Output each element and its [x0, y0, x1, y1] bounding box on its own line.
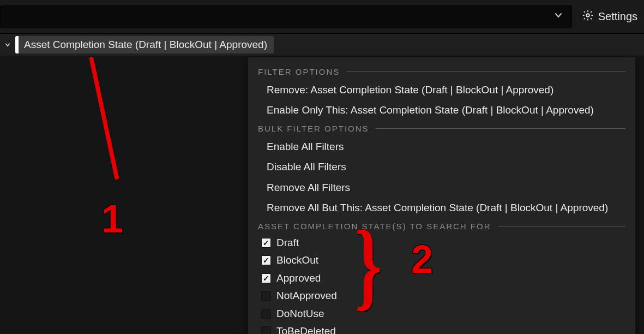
checkbox-icon[interactable]	[261, 309, 271, 319]
checkbox-icon[interactable]	[261, 326, 271, 334]
menu-item-remove-all-but-this[interactable]: Remove All But This: Asset Completion St…	[248, 198, 635, 218]
filter-chip-row: Asset Completion State (Draft | BlockOut…	[0, 34, 644, 56]
gear-icon	[582, 9, 594, 24]
state-checkbox-notapproved[interactable]: NotApproved	[248, 287, 635, 305]
chip-accent-bar	[15, 36, 19, 53]
checkbox-label: DoNotUse	[276, 306, 324, 322]
checkbox-icon[interactable]	[261, 291, 271, 301]
settings-label: Settings	[598, 10, 637, 23]
divider	[346, 71, 625, 72]
section-filter-options: FILTER OPTIONS	[248, 64, 635, 80]
chevron-down-icon[interactable]	[0, 41, 15, 48]
checkbox-label: ToBeDeleted	[276, 324, 336, 334]
chevron-down-icon[interactable]	[551, 11, 566, 22]
checkbox-label: NotApproved	[276, 288, 337, 304]
state-checkbox-blockout[interactable]: BlockOut	[248, 252, 635, 270]
search-input[interactable]	[0, 5, 572, 28]
state-checkbox-tobedeleted[interactable]: ToBeDeleted	[248, 323, 635, 334]
checkbox-label: Draft	[276, 235, 299, 251]
checkbox-icon[interactable]	[261, 238, 271, 248]
checkbox-label: BlockOut	[276, 253, 318, 269]
filter-context-menu: FILTER OPTIONS Remove: Asset Completion …	[248, 57, 636, 334]
section-header: FILTER OPTIONS	[258, 67, 340, 76]
checkbox-label: Approved	[276, 271, 321, 287]
chip-label: Asset Completion State (Draft | BlockOut…	[24, 39, 267, 51]
annotation-number-1: 1	[101, 196, 123, 241]
menu-item-disable-all[interactable]: Disable All Filters	[248, 157, 635, 177]
section-header: BULK FILTER OPTIONS	[258, 124, 369, 133]
state-checkbox-donotuse[interactable]: DoNotUse	[248, 305, 635, 323]
menu-item-remove-filter[interactable]: Remove: Asset Completion State (Draft | …	[248, 80, 635, 100]
divider	[376, 128, 625, 129]
section-bulk-filter-options: BULK FILTER OPTIONS	[248, 121, 635, 136]
menu-item-remove-all[interactable]: Remove All Filters	[248, 177, 635, 198]
top-bar: Settings	[0, 0, 644, 34]
state-checkbox-approved[interactable]: Approved	[248, 270, 635, 288]
state-checkbox-draft[interactable]: Draft	[248, 234, 635, 252]
divider	[498, 226, 626, 226]
checkbox-icon[interactable]	[261, 255, 271, 265]
checkbox-icon[interactable]	[261, 273, 271, 283]
menu-item-enable-only-this[interactable]: Enable Only This: Asset Completion State…	[248, 100, 635, 120]
menu-item-enable-all[interactable]: Enable All Filters	[248, 136, 635, 157]
filter-chip-asset-completion[interactable]: Asset Completion State (Draft | BlockOut…	[15, 36, 274, 53]
settings-button[interactable]: Settings	[582, 9, 637, 24]
svg-point-0	[586, 14, 589, 17]
section-header: ASSET COMPLETION STATE(S) TO SEARCH FOR	[258, 222, 491, 231]
section-states-to-search: ASSET COMPLETION STATE(S) TO SEARCH FOR	[248, 218, 635, 234]
annotation-line-1	[89, 56, 119, 180]
